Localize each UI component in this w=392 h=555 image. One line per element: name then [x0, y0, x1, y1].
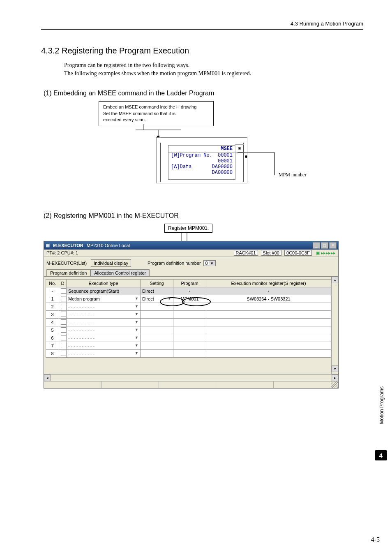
- maximize-icon[interactable]: □: [321, 242, 328, 249]
- annotation-oval: [160, 297, 184, 306]
- addr-field: 0C00-0C3F: [284, 250, 312, 256]
- table-row[interactable]: 3- - - - - - - - - -▼: [46, 310, 331, 318]
- breadcrumb: 4.3 Running a Motion Program: [41, 21, 363, 27]
- table-row[interactable]: 5- - - - - - - - - -▼: [46, 326, 331, 334]
- chevron-down-icon[interactable]: ▼: [135, 296, 138, 301]
- ladder-diagram: MSEE ▣ [W]Program No.00001 00001 [A]Data…: [156, 137, 247, 183]
- ladder-val: DA00000: [212, 170, 233, 176]
- chevron-down-icon[interactable]: ▾: [209, 261, 215, 266]
- minimize-icon[interactable]: _: [313, 242, 320, 249]
- ladder-val: 00001: [218, 158, 233, 164]
- checkbox[interactable]: [61, 351, 66, 356]
- table-row[interactable]: 4- - - - - - - - - -▼: [46, 318, 331, 326]
- checkbox[interactable]: [61, 296, 66, 301]
- table-row[interactable]: 8- - - - - - - - - -▼: [46, 349, 331, 357]
- table-row[interactable]: 6- - - - - - - - - -▼: [46, 334, 331, 342]
- subsection-title: (1) Embedding an MSEE command in the Lad…: [44, 90, 363, 97]
- page-number: 4-5: [371, 536, 380, 543]
- exec-cell[interactable]: Motion program: [68, 296, 100, 301]
- col-d: D: [59, 279, 67, 287]
- block-icon: ▣: [235, 144, 244, 153]
- pdnum-select[interactable]: 8 ▾: [203, 260, 216, 266]
- ladder-val: DA00000: [212, 164, 233, 170]
- close-icon[interactable]: ×: [329, 242, 337, 249]
- window-subtitle: MP2310 Online Local: [87, 243, 130, 248]
- checkbox[interactable]: [61, 304, 66, 309]
- window-icon: ▦: [46, 243, 50, 248]
- checkbox[interactable]: [61, 319, 66, 325]
- slot-field: Slot #00: [261, 250, 281, 256]
- window-controls[interactable]: _□×: [312, 242, 337, 249]
- figure-msee: Embed an MSEE command into the H drawing…: [99, 101, 312, 196]
- ladder-val: 00001: [218, 153, 233, 158]
- tab-allocation-register[interactable]: Allocation Control register: [90, 269, 150, 276]
- table-row[interactable]: 7- - - - - - - - - -▼: [46, 342, 331, 349]
- subsection-title: (2) Registering MPM001 in the M-EXECUTOR: [44, 212, 363, 220]
- mexec-window: ▦ M-EXECUTOR MP2310 Online Local _□× PT#…: [44, 241, 339, 388]
- col-setting: Setting: [141, 279, 173, 287]
- window-title: M-EXECUTOR: [53, 243, 83, 248]
- msee-title: MSEE: [221, 146, 233, 152]
- scrollbar-vertical[interactable]: ▴ ▾: [331, 277, 338, 374]
- pt-cpu-label: PT#: 2 CPU#: 1: [46, 250, 78, 256]
- col-monitor: Execution monitor register(S register): [206, 279, 331, 287]
- col-no: No.: [46, 279, 59, 287]
- titlebar[interactable]: ▦ M-EXECUTOR MP2310 Online Local _□×: [44, 241, 338, 250]
- section-title: 4.3.2 Registering the Program Execution: [41, 46, 363, 56]
- list-label: M-EXECUTOR(List): [46, 261, 87, 266]
- pdnum-value: 8: [205, 261, 208, 266]
- note-line: executed every scan.: [103, 117, 209, 123]
- ladder-label: [W]Program No.: [171, 153, 212, 158]
- col-exec: Execution type: [67, 279, 141, 287]
- monitor-cell: SW03264 - SW03321: [206, 295, 331, 303]
- tab-program-definition[interactable]: Program definition: [46, 269, 90, 276]
- status-strip: [44, 381, 338, 388]
- col-program: Program: [173, 279, 206, 287]
- divider: [41, 29, 363, 30]
- note-line: Set the MSEE command so that it is: [103, 111, 209, 117]
- mpm-number-label: MPM number: [279, 172, 307, 178]
- side-tab: Motion Programs: [379, 386, 385, 424]
- checkbox[interactable]: [61, 335, 66, 340]
- checkbox[interactable]: [61, 288, 66, 294]
- note-line: Embed an MSEE command into the H drawing: [103, 104, 209, 111]
- definition-table: No. D Execution type Setting Program Exe…: [46, 279, 331, 358]
- rack-field: RACK#01: [234, 250, 258, 256]
- checkbox[interactable]: [61, 343, 66, 348]
- individual-display-button[interactable]: Individual display: [91, 259, 131, 267]
- annotation-oval: [182, 297, 211, 306]
- scrollbar-horizontal[interactable]: ◂▸: [44, 374, 338, 381]
- intro-line: The following examples shows when the mo…: [64, 69, 363, 78]
- callout-box: Register MPM001.: [164, 224, 212, 233]
- chapter-marker: 4: [375, 450, 387, 460]
- setting-cell[interactable]: Direct: [142, 296, 154, 301]
- status-leds: ▣ ▸▸▸▸▸▸: [316, 250, 336, 255]
- ladder-label: [A]Data: [171, 164, 191, 170]
- pdnum-label: Program definition number: [148, 261, 201, 266]
- table-row[interactable]: - Sequence program(Start) Direct - -: [46, 287, 331, 295]
- checkbox[interactable]: [61, 327, 66, 333]
- note-box: Embed an MSEE command into the H drawing…: [99, 101, 214, 127]
- checkbox[interactable]: [61, 312, 66, 317]
- intro-line: Programs can be registered in the two fo…: [64, 61, 363, 69]
